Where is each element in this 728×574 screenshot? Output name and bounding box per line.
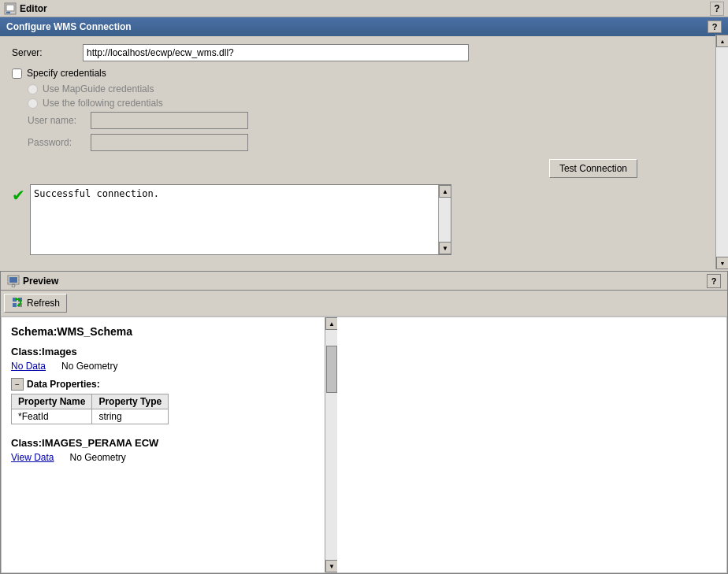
editor-scroll-track [716, 47, 728, 257]
no-geometry-text: No Geometry [61, 361, 117, 372]
class-images-perama-meta: View Data No Geometry [11, 452, 315, 463]
use-following-row: Use the following credentials [28, 98, 716, 109]
specify-credentials-row: Specify credentials [12, 68, 716, 79]
svg-rect-1 [6, 5, 14, 11]
username-label: User name: [28, 115, 91, 126]
svg-point-5 [12, 284, 15, 287]
no-data-link[interactable]: No Data [11, 361, 46, 372]
data-properties-label: Data Properties: [27, 379, 100, 390]
editor-icon [4, 2, 17, 15]
class-images-title: Class:Images [11, 346, 315, 357]
view-data-link[interactable]: View Data [11, 452, 54, 463]
expand-icon[interactable]: − [11, 378, 24, 391]
properties-table: Property Name Property Type *FeatId stri… [11, 394, 169, 424]
configure-wms-header: Configure WMS Connection ? [0, 17, 728, 36]
success-icon: ✔ [12, 186, 25, 205]
result-textarea[interactable] [31, 185, 438, 254]
test-connection-button[interactable]: Test Connection [549, 159, 637, 178]
use-following-radio[interactable] [28, 98, 38, 109]
class-images-perama: Class:IMAGES_PERAMA ECW View Data No Geo… [11, 437, 315, 463]
configure-wms-title: Configure WMS Connection [6, 21, 132, 32]
preview-scroll-track [325, 330, 337, 560]
preview-right-panel [337, 317, 726, 572]
prop-name-header: Property Name [12, 394, 92, 409]
server-row: Server: [12, 44, 716, 61]
class-images: Class:Images No Data No Geometry − Data … [11, 346, 315, 424]
password-row: Password: [28, 134, 716, 151]
password-input[interactable] [91, 134, 248, 151]
editor-scroll-down[interactable]: ▼ [716, 257, 728, 269]
preview-title: Preview [23, 276, 58, 287]
editor-right-scrollbar: ▲ ▼ [715, 35, 728, 269]
preview-scrollbar: ▲ ▼ [325, 317, 337, 572]
window-help-button[interactable]: ? [710, 2, 724, 16]
preview-header: Preview ? [1, 272, 727, 291]
table-row: *FeatId string [12, 409, 169, 424]
specify-credentials-label: Specify credentials [27, 68, 106, 79]
username-row: User name: [28, 112, 716, 129]
result-area-wrapper: ✔ ▲ ▼ [12, 184, 716, 255]
prop-type-header: Property Type [92, 394, 169, 409]
editor-scroll-up[interactable]: ▲ [716, 35, 728, 47]
editor-section: Configure WMS Connection ? Server: Speci… [0, 17, 728, 269]
title-bar: Editor ? [0, 0, 728, 17]
no-geometry-text-2: No Geometry [69, 452, 125, 463]
editor-content: Server: Specify credentials Use MapGuide… [0, 36, 728, 269]
result-container: ▲ ▼ [30, 184, 451, 255]
result-scroll-track [439, 198, 451, 242]
schema-title: Schema:WMS_Schema [11, 325, 315, 338]
preview-left-panel: Schema:WMS_Schema Class:Images No Data N… [2, 317, 325, 572]
preview-scroll-down[interactable]: ▼ [325, 560, 338, 572]
prop-name-cell: *FeatId [12, 409, 92, 424]
class-images-perama-title: Class:IMAGES_PERAMA ECW [11, 437, 315, 449]
refresh-button[interactable]: Refresh [4, 294, 67, 313]
server-label: Server: [12, 47, 83, 58]
use-mapguide-label: Use MapGuide credentials [43, 83, 154, 94]
window-title: Editor [20, 3, 47, 14]
use-mapguide-radio[interactable] [28, 84, 38, 94]
svg-rect-4 [9, 277, 17, 283]
test-connection-row: Test Connection [12, 159, 716, 178]
preview-toolbar: Refresh [1, 291, 727, 317]
preview-section: Preview ? Refresh [0, 271, 728, 574]
result-scroll-up[interactable]: ▲ [439, 185, 451, 198]
class-images-meta: No Data No Geometry [11, 361, 315, 372]
username-input[interactable] [91, 112, 248, 129]
preview-scroll-up[interactable]: ▲ [325, 317, 338, 330]
data-properties-header: − Data Properties: [11, 378, 315, 391]
preview-icon [7, 275, 20, 287]
password-label: Password: [28, 137, 91, 148]
preview-content-wrapper: Schema:WMS_Schema Class:Images No Data N… [1, 317, 727, 573]
specify-credentials-checkbox[interactable] [12, 69, 22, 79]
svg-rect-10 [13, 303, 17, 307]
result-scrollbar: ▲ ▼ [438, 185, 451, 254]
credentials-form: User name: Password: [28, 112, 716, 151]
configure-wms-help-button[interactable]: ? [708, 20, 722, 33]
refresh-icon [11, 296, 24, 311]
credentials-radio-group: Use MapGuide credentials Use the followi… [28, 83, 716, 109]
use-mapguide-row: Use MapGuide credentials [28, 83, 716, 94]
use-following-label: Use the following credentials [43, 98, 163, 109]
preview-scroll-thumb[interactable] [326, 346, 337, 393]
prop-type-cell: string [92, 409, 169, 424]
server-input[interactable] [83, 44, 469, 61]
preview-help-button[interactable]: ? [707, 274, 721, 288]
refresh-label: Refresh [27, 298, 60, 309]
result-scroll-down[interactable]: ▼ [439, 242, 451, 254]
